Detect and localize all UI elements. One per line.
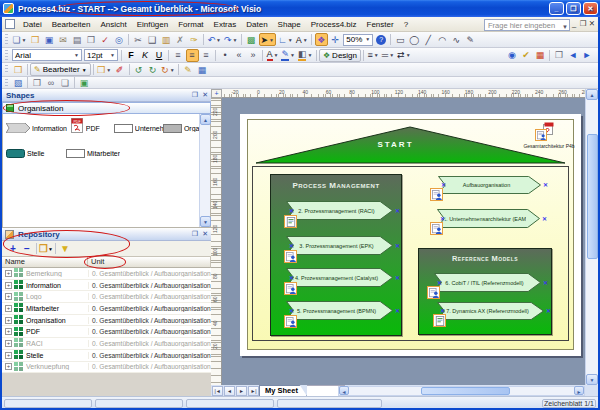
repository-row-bemerkung[interactable]: +Bemerkung0. Gesamtüberblick / Aufbauorg… [2, 268, 211, 280]
expand-icon[interactable]: + [5, 293, 12, 300]
menu-daten[interactable]: Daten [241, 20, 272, 29]
repo-add-button[interactable]: + [6, 242, 20, 255]
expand-icon[interactable]: + [5, 282, 12, 289]
menu-process4-biz[interactable]: Process4.biz [306, 20, 362, 29]
design-button[interactable]: ❖Design [319, 49, 361, 62]
expand-icon[interactable]: + [5, 317, 12, 324]
person-icon[interactable] [284, 315, 297, 328]
repository-row-pdf[interactable]: +PDF0. Gesamtüberblick / Aufbauorganisat… [2, 326, 211, 338]
close-button[interactable]: ✕ [583, 2, 598, 15]
research-button[interactable]: ◎ [113, 33, 126, 46]
repository-row-raci[interactable]: +RACI0. Gesamtüberblick / Aufbauorganisa… [2, 338, 211, 350]
align-center-button[interactable]: ≡ [186, 49, 199, 62]
doc-icon[interactable] [433, 314, 446, 327]
sheet-nav-last[interactable]: ►| [248, 386, 259, 396]
menu-ansicht[interactable]: Ansicht [95, 20, 131, 29]
chart-button[interactable]: ▧ [12, 76, 25, 89]
expand-icon[interactable]: + [5, 363, 12, 370]
document-system-icon[interactable] [5, 19, 15, 29]
person-icon[interactable] [430, 222, 443, 235]
align-right-button[interactable]: ≡ [200, 49, 213, 62]
drawing-page[interactable]: STARTProcess Management2. Prozessmanagem… [240, 114, 581, 356]
shapes-scrollbar[interactable]: ▲ ▼ [199, 114, 210, 227]
sheet-tab-my-sheet[interactable]: My Sheet [259, 385, 307, 396]
arrow-shape[interactable]: 5. Prozessmanagement (BPMN)✕✕ [286, 301, 393, 320]
font-name-select[interactable]: Arial▼ [12, 49, 82, 61]
master-shape-stelle[interactable]: Stelle [6, 144, 66, 162]
p4b-back-button[interactable]: ◄ [567, 49, 580, 62]
mdi-close-button[interactable]: ✕ [588, 19, 596, 28]
sync-dropdown[interactable]: ↻▼ [160, 63, 176, 76]
stencil-section-organisation[interactable]: Organisation [2, 102, 211, 114]
font-size-select[interactable]: 12pt▼ [84, 49, 118, 61]
undo-button[interactable]: ↶▼ [207, 33, 223, 46]
pencil-tool-button[interactable]: ✎ [464, 33, 477, 46]
repo-remove-button[interactable]: − [20, 242, 34, 255]
line-tool-button[interactable]: ╱ [422, 33, 435, 46]
master-shape-information[interactable]: Information [6, 119, 69, 137]
maximize-button[interactable]: ❐ [566, 2, 581, 15]
menu-fenster[interactable]: Fenster [362, 20, 399, 29]
line-color-button[interactable]: ✎▼ [280, 49, 296, 62]
mail-button[interactable]: ✉ [57, 33, 70, 46]
master-shape-unterneh[interactable]: Unterneh... [114, 119, 163, 137]
pointer-tool-button[interactable]: ➤▼ [259, 33, 277, 46]
rectangle-tool-button[interactable]: ▭ [394, 33, 407, 46]
person-icon[interactable] [284, 250, 297, 263]
redo-button[interactable]: ↷▼ [223, 33, 239, 46]
master-shape-mitarbeiter[interactable]: Mitarbeiter [66, 144, 146, 162]
person-icon[interactable] [430, 188, 443, 201]
shapes-float-button[interactable]: ❐ [192, 91, 198, 99]
scroll-up-icon[interactable]: ▲ [586, 89, 598, 100]
menu--[interactable]: ? [399, 20, 413, 29]
decrease-indent-button[interactable]: « [233, 49, 246, 62]
refresh-right-button[interactable]: ↻ [146, 63, 159, 76]
repository-row-stelle[interactable]: +Stelle0. Gesamtüberblick / Aufbauorgani… [2, 350, 211, 362]
save-button[interactable]: ▣ [43, 33, 56, 46]
edit-doc-button[interactable]: ✎ [182, 63, 195, 76]
open-model-button[interactable]: ❒ [12, 63, 25, 76]
folder-dropdown[interactable]: ❒▼ [96, 63, 112, 76]
menu-shape[interactable]: Shape [273, 20, 306, 29]
column-header-name[interactable]: Name [2, 257, 88, 268]
format-painter-button[interactable]: ✑ [188, 33, 201, 46]
help-button[interactable]: ? [375, 33, 388, 46]
line-ends-button[interactable]: ⇄▼ [396, 49, 412, 62]
zoom-select[interactable]: 50%▼ [343, 34, 373, 46]
menu-format[interactable]: Format [173, 20, 208, 29]
sheet-nav-prev[interactable]: ◄ [224, 386, 235, 396]
bearbeiter-dropdown[interactable]: ✎Bearbeiter▼ [30, 63, 91, 76]
vertical-scrollbar[interactable]: ▲ ▼ [585, 89, 598, 385]
repository-row-organisation[interactable]: +Organisation0. Gesamtüberblick / Aufbau… [2, 315, 211, 327]
mdi-restore-button[interactable]: ❐ [579, 19, 587, 28]
arrow-shape[interactable]: 3. Prozessmanagement (EPK)✕✕ [286, 236, 393, 255]
bold-button[interactable]: F [125, 49, 138, 62]
scroll-right-icon[interactable]: ► [574, 386, 584, 395]
scrollbar-thumb[interactable] [587, 134, 598, 259]
doc-icon[interactable] [284, 215, 297, 228]
text-tool-button[interactable]: A▼ [295, 33, 309, 46]
new-button[interactable]: ❏▼ [12, 33, 28, 46]
window-copy-button[interactable]: ❐ [31, 76, 44, 89]
link-button[interactable]: ∞ [45, 76, 58, 89]
repository-row-information[interactable]: +Information0. Gesamtüberblick / Aufbauo… [2, 280, 211, 292]
no-edit-button[interactable]: ✐ [113, 63, 126, 76]
minimize-button[interactable]: _ [549, 2, 564, 15]
arrow-shape[interactable]: 4. Prozessmanagement (Catalyst)✕✕ [286, 268, 393, 287]
sheet-nav-next[interactable]: ► [236, 386, 247, 396]
refresh-left-button[interactable]: ↺ [132, 63, 145, 76]
insert-picture-button[interactable]: ▩ [245, 33, 258, 46]
repo-filter-button[interactable]: ▼ [58, 242, 72, 255]
p4b-check-button[interactable]: ✔ [520, 49, 533, 62]
menu-datei[interactable]: Datei [18, 20, 47, 29]
underline-button[interactable]: U [153, 49, 166, 62]
print-button[interactable]: ▤ [71, 33, 84, 46]
menu-einf-gen[interactable]: Einfügen [132, 20, 174, 29]
fill-color-button[interactable]: ◧▼ [297, 49, 313, 62]
menu-bearbeiten[interactable]: Bearbeiten [47, 20, 96, 29]
ask-question-input[interactable]: Frage hier eingeben ▼ [484, 19, 570, 31]
arrow-shape[interactable]: Aufbauorganisation✕✕ [438, 176, 541, 194]
delete-button[interactable]: ✗ [174, 33, 187, 46]
scroll-left-icon[interactable]: ◄ [339, 386, 349, 395]
repository-close-button[interactable]: ✕ [202, 230, 208, 238]
